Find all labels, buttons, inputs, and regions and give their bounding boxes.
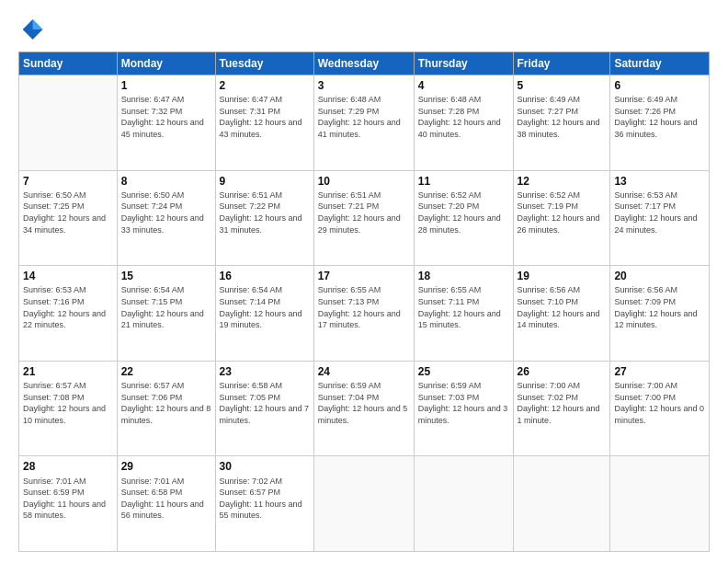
calendar-cell: 24Sunrise: 6:59 AM Sunset: 7:04 PM Dayli…	[313, 361, 414, 456]
day-number: 26	[518, 364, 607, 379]
day-number: 5	[518, 78, 607, 93]
day-info: Sunrise: 6:50 AM Sunset: 7:24 PM Dayligh…	[121, 190, 211, 236]
day-number: 11	[418, 174, 509, 189]
weekday-header-sunday: Sunday	[19, 52, 118, 75]
weekday-header-row: SundayMondayTuesdayWednesdayThursdayFrid…	[19, 52, 710, 75]
calendar-cell: 21Sunrise: 6:57 AM Sunset: 7:08 PM Dayli…	[19, 361, 118, 456]
calendar-cell: 6Sunrise: 6:49 AM Sunset: 7:26 PM Daylig…	[610, 75, 710, 171]
calendar-cell: 14Sunrise: 6:53 AM Sunset: 7:16 PM Dayli…	[19, 266, 118, 362]
day-info: Sunrise: 6:58 AM Sunset: 7:05 PM Dayligh…	[220, 380, 310, 426]
week-row-1: 1Sunrise: 6:47 AM Sunset: 7:32 PM Daylig…	[19, 75, 710, 171]
day-number: 6	[614, 78, 705, 93]
calendar-cell: 16Sunrise: 6:54 AM Sunset: 7:14 PM Dayli…	[215, 266, 313, 362]
day-info: Sunrise: 6:50 AM Sunset: 7:25 PM Dayligh…	[23, 190, 113, 236]
day-number: 28	[23, 459, 113, 474]
day-number: 16	[220, 269, 310, 283]
day-info: Sunrise: 7:01 AM Sunset: 6:59 PM Dayligh…	[23, 476, 113, 522]
logo	[18, 17, 46, 42]
weekday-header-saturday: Saturday	[610, 52, 710, 75]
day-number: 20	[614, 269, 705, 283]
calendar-cell: 12Sunrise: 6:52 AM Sunset: 7:19 PM Dayli…	[513, 170, 610, 266]
day-number: 1	[121, 78, 211, 93]
day-info: Sunrise: 6:59 AM Sunset: 7:03 PM Dayligh…	[418, 380, 509, 426]
calendar-cell	[610, 456, 710, 552]
day-number: 2	[220, 78, 310, 93]
day-number: 29	[121, 459, 211, 474]
day-info: Sunrise: 6:52 AM Sunset: 7:19 PM Dayligh…	[518, 190, 607, 236]
week-row-2: 7Sunrise: 6:50 AM Sunset: 7:25 PM Daylig…	[19, 170, 710, 266]
day-info: Sunrise: 6:55 AM Sunset: 7:13 PM Dayligh…	[318, 284, 410, 330]
weekday-header-friday: Friday	[513, 52, 610, 75]
calendar-cell	[313, 456, 414, 552]
calendar: SundayMondayTuesdayWednesdayThursdayFrid…	[18, 52, 710, 552]
calendar-cell: 9Sunrise: 6:51 AM Sunset: 7:22 PM Daylig…	[215, 170, 313, 266]
weekday-header-wednesday: Wednesday	[313, 52, 414, 75]
calendar-cell: 19Sunrise: 6:56 AM Sunset: 7:10 PM Dayli…	[513, 266, 610, 362]
calendar-cell: 26Sunrise: 7:00 AM Sunset: 7:02 PM Dayli…	[513, 361, 610, 456]
calendar-cell	[19, 75, 118, 171]
day-info: Sunrise: 7:02 AM Sunset: 6:57 PM Dayligh…	[220, 476, 310, 522]
day-info: Sunrise: 6:49 AM Sunset: 7:27 PM Dayligh…	[518, 94, 607, 140]
day-number: 13	[614, 174, 705, 189]
day-number: 3	[318, 78, 410, 93]
calendar-cell: 13Sunrise: 6:53 AM Sunset: 7:17 PM Dayli…	[610, 170, 710, 266]
day-info: Sunrise: 6:57 AM Sunset: 7:06 PM Dayligh…	[121, 380, 211, 426]
week-row-4: 21Sunrise: 6:57 AM Sunset: 7:08 PM Dayli…	[19, 361, 710, 456]
day-info: Sunrise: 6:53 AM Sunset: 7:16 PM Dayligh…	[23, 284, 113, 330]
calendar-cell: 22Sunrise: 6:57 AM Sunset: 7:06 PM Dayli…	[117, 361, 215, 456]
calendar-cell: 29Sunrise: 7:01 AM Sunset: 6:58 PM Dayli…	[117, 456, 215, 552]
weekday-header-thursday: Thursday	[414, 52, 513, 75]
day-info: Sunrise: 7:00 AM Sunset: 7:00 PM Dayligh…	[614, 380, 705, 426]
calendar-cell: 7Sunrise: 6:50 AM Sunset: 7:25 PM Daylig…	[19, 170, 118, 266]
day-info: Sunrise: 6:54 AM Sunset: 7:14 PM Dayligh…	[220, 284, 310, 330]
calendar-cell: 25Sunrise: 6:59 AM Sunset: 7:03 PM Dayli…	[414, 361, 513, 456]
day-number: 25	[418, 364, 509, 379]
day-info: Sunrise: 6:53 AM Sunset: 7:17 PM Dayligh…	[614, 190, 705, 236]
day-info: Sunrise: 6:47 AM Sunset: 7:32 PM Dayligh…	[121, 94, 211, 140]
calendar-cell: 15Sunrise: 6:54 AM Sunset: 7:15 PM Dayli…	[117, 266, 215, 362]
calendar-cell: 28Sunrise: 7:01 AM Sunset: 6:59 PM Dayli…	[19, 456, 118, 552]
calendar-cell: 1Sunrise: 6:47 AM Sunset: 7:32 PM Daylig…	[117, 75, 215, 171]
day-number: 18	[418, 269, 509, 283]
day-number: 12	[518, 174, 607, 189]
calendar-cell: 17Sunrise: 6:55 AM Sunset: 7:13 PM Dayli…	[313, 266, 414, 362]
calendar-cell: 18Sunrise: 6:55 AM Sunset: 7:11 PM Dayli…	[414, 266, 513, 362]
calendar-cell: 5Sunrise: 6:49 AM Sunset: 7:27 PM Daylig…	[513, 75, 610, 171]
calendar-cell: 8Sunrise: 6:50 AM Sunset: 7:24 PM Daylig…	[117, 170, 215, 266]
weekday-header-monday: Monday	[117, 52, 215, 75]
day-info: Sunrise: 7:01 AM Sunset: 6:58 PM Dayligh…	[121, 476, 211, 522]
calendar-cell: 30Sunrise: 7:02 AM Sunset: 6:57 PM Dayli…	[215, 456, 313, 552]
calendar-cell: 20Sunrise: 6:56 AM Sunset: 7:09 PM Dayli…	[610, 266, 710, 362]
weekday-header-tuesday: Tuesday	[215, 52, 313, 75]
header	[18, 17, 710, 42]
day-info: Sunrise: 6:54 AM Sunset: 7:15 PM Dayligh…	[121, 284, 211, 330]
day-info: Sunrise: 6:55 AM Sunset: 7:11 PM Dayligh…	[418, 284, 509, 330]
calendar-cell	[414, 456, 513, 552]
day-number: 15	[121, 269, 211, 283]
day-info: Sunrise: 6:49 AM Sunset: 7:26 PM Dayligh…	[614, 94, 705, 140]
day-number: 27	[614, 364, 705, 379]
day-info: Sunrise: 7:00 AM Sunset: 7:02 PM Dayligh…	[518, 380, 607, 426]
day-number: 22	[121, 364, 211, 379]
day-number: 17	[318, 269, 410, 283]
calendar-cell: 4Sunrise: 6:48 AM Sunset: 7:28 PM Daylig…	[414, 75, 513, 171]
day-info: Sunrise: 6:48 AM Sunset: 7:29 PM Dayligh…	[318, 94, 410, 140]
day-info: Sunrise: 6:52 AM Sunset: 7:20 PM Dayligh…	[418, 190, 509, 236]
day-info: Sunrise: 6:57 AM Sunset: 7:08 PM Dayligh…	[23, 380, 113, 426]
calendar-cell: 3Sunrise: 6:48 AM Sunset: 7:29 PM Daylig…	[313, 75, 414, 171]
logo-icon	[18, 17, 44, 42]
day-number: 10	[318, 174, 410, 189]
svg-marker-1	[33, 19, 43, 29]
day-number: 24	[318, 364, 410, 379]
day-number: 14	[23, 269, 113, 283]
day-info: Sunrise: 6:47 AM Sunset: 7:31 PM Dayligh…	[220, 94, 310, 140]
day-number: 23	[220, 364, 310, 379]
calendar-cell: 27Sunrise: 7:00 AM Sunset: 7:00 PM Dayli…	[610, 361, 710, 456]
calendar-cell: 23Sunrise: 6:58 AM Sunset: 7:05 PM Dayli…	[215, 361, 313, 456]
day-number: 8	[121, 174, 211, 189]
calendar-cell	[513, 456, 610, 552]
day-number: 21	[23, 364, 113, 379]
day-number: 7	[23, 174, 113, 189]
day-info: Sunrise: 6:59 AM Sunset: 7:04 PM Dayligh…	[318, 380, 410, 426]
day-number: 4	[418, 78, 509, 93]
